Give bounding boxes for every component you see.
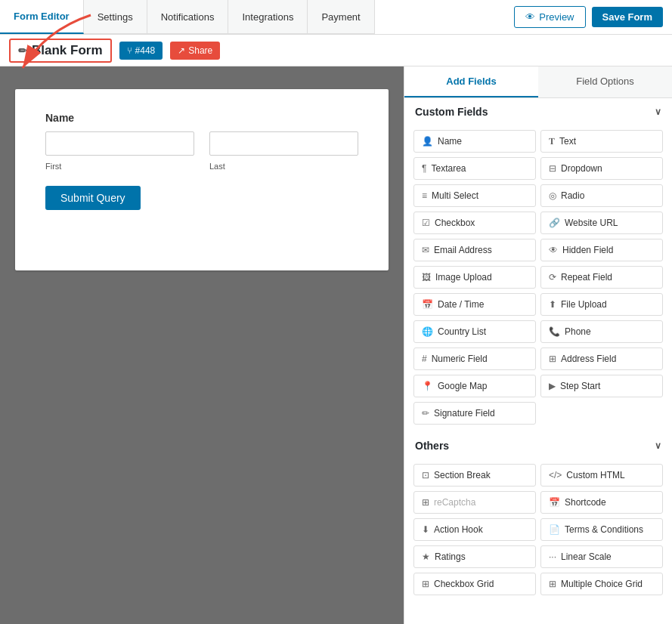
form-card: Name First Last Submit Query xyxy=(15,89,389,270)
tab-field-options[interactable]: Field Options xyxy=(538,66,672,97)
first-label: First xyxy=(45,162,194,171)
field-multiple-choice-grid[interactable]: ⊞ Multiple Choice Grid xyxy=(540,573,663,595)
field-ratings[interactable]: ★ Ratings xyxy=(413,545,536,568)
field-textarea[interactable]: ¶ Textarea xyxy=(413,157,536,180)
html-icon: </> xyxy=(549,470,562,480)
calendar-icon: 📅 xyxy=(422,299,433,310)
choice-grid-icon: ⊞ xyxy=(549,579,556,589)
tab-notifications[interactable]: Notifications xyxy=(147,0,229,34)
image-icon: 🖼 xyxy=(422,272,431,283)
field-custom-html[interactable]: </> Custom HTML xyxy=(540,464,663,487)
tab-payment[interactable]: Payment xyxy=(308,0,374,34)
field-dropdown[interactable]: ⊟ Dropdown xyxy=(540,157,663,180)
preview-button[interactable]: 👁 Preview xyxy=(514,6,585,28)
field-checkbox[interactable]: ☑ Checkbox xyxy=(413,212,536,234)
last-name-input[interactable] xyxy=(209,131,358,156)
repeat-icon: ⟳ xyxy=(549,272,556,283)
panel-tabs: Add Fields Field Options xyxy=(404,66,672,98)
field-phone[interactable]: 📞 Phone xyxy=(540,320,663,343)
name-sub-labels: First Last xyxy=(45,162,358,171)
tab-form-editor[interactable]: Form Editor xyxy=(0,0,84,34)
recaptcha-icon: ⊞ xyxy=(422,497,429,508)
map-pin-icon: 📍 xyxy=(422,381,433,391)
textarea-icon: ¶ xyxy=(422,163,426,174)
radio-icon: ◎ xyxy=(549,190,556,201)
others-header: Others ∨ xyxy=(404,432,672,459)
checkbox-grid-icon: ⊞ xyxy=(422,579,429,589)
hidden-icon: 👁 xyxy=(549,245,558,255)
chevron-down-icon-others: ∨ xyxy=(655,440,661,451)
tab-integrations[interactable]: Integrations xyxy=(228,0,308,34)
field-multi-select[interactable]: ≡ Multi Select xyxy=(413,184,536,207)
hash-icon: # xyxy=(422,354,427,364)
multi-select-icon: ≡ xyxy=(422,190,427,201)
terms-icon: 📄 xyxy=(549,524,560,535)
name-inputs-row xyxy=(45,131,358,156)
form-id-button[interactable]: ⑂ #448 xyxy=(119,42,163,60)
field-shortcode[interactable]: 📅 Shortcode xyxy=(540,491,663,514)
field-section-break[interactable]: ⊡ Section Break xyxy=(413,464,536,487)
last-label: Last xyxy=(209,162,358,171)
custom-fields-title: Custom Fields xyxy=(415,106,488,118)
field-step-start[interactable]: ▶ Step Start xyxy=(540,375,663,397)
upload-icon: ⬆ xyxy=(549,299,556,310)
main-layout: Name First Last Submit Query Add Fields … xyxy=(0,66,672,624)
top-nav: Form Editor Settings Notifications Integ… xyxy=(0,0,672,35)
field-recaptcha[interactable]: ⊞ reCaptcha xyxy=(413,491,536,514)
field-repeat[interactable]: ⟳ Repeat Field xyxy=(540,266,663,289)
text-icon: 𝐓 xyxy=(549,136,555,147)
save-form-button[interactable]: Save Form xyxy=(592,7,663,27)
field-terms[interactable]: 📄 Terms & Conditions xyxy=(540,518,663,541)
field-image-upload[interactable]: 🖼 Image Upload xyxy=(413,266,536,289)
custom-fields-header: Custom Fields ∨ xyxy=(404,98,672,125)
name-field-label: Name xyxy=(45,112,358,124)
edit-icon: ✏ xyxy=(18,45,27,57)
section-icon: ⊡ xyxy=(422,470,429,480)
others-title: Others xyxy=(415,440,449,452)
share-icon: ↗ xyxy=(178,45,185,56)
form-title: Blank Form xyxy=(32,43,103,58)
field-action-hook[interactable]: ⬇ Action Hook xyxy=(413,518,536,541)
tab-add-fields[interactable]: Add Fields xyxy=(404,66,538,97)
submit-button[interactable]: Submit Query xyxy=(45,186,141,210)
shortcode-icon: 📅 xyxy=(549,497,560,508)
field-numeric[interactable]: # Numeric Field xyxy=(413,348,536,370)
field-name[interactable]: 👤 Name xyxy=(413,130,536,153)
field-country[interactable]: 🌐 Country List xyxy=(413,320,536,343)
dropdown-icon: ⊟ xyxy=(549,163,556,174)
scale-icon: ··· xyxy=(549,551,556,562)
canvas-area: Name First Last Submit Query xyxy=(0,66,404,624)
first-name-input[interactable] xyxy=(45,131,194,156)
email-icon: ✉ xyxy=(422,245,429,255)
field-website-url[interactable]: 🔗 Website URL xyxy=(540,212,663,234)
eye-icon: 👁 xyxy=(525,11,535,23)
field-linear-scale[interactable]: ··· Linear Scale xyxy=(540,545,663,568)
step-icon: ▶ xyxy=(549,381,556,391)
sub-bar: ✏ Blank Form ⑂ #448 ↗ Share xyxy=(0,35,672,66)
field-signature[interactable]: ✏ Signature Field xyxy=(413,402,536,425)
link-icon: 🔗 xyxy=(549,218,560,228)
tab-settings[interactable]: Settings xyxy=(84,0,147,34)
field-radio[interactable]: ◎ Radio xyxy=(540,184,663,207)
field-checkbox-grid[interactable]: ⊞ Checkbox Grid xyxy=(413,573,536,595)
signature-icon: ✏ xyxy=(422,408,429,419)
panel-content: Custom Fields ∨ 👤 Name 𝐓 Text ¶ Textarea… xyxy=(404,98,672,624)
form-title-container: ✏ Blank Form xyxy=(9,39,112,63)
user-icon: 👤 xyxy=(422,136,433,147)
field-hidden[interactable]: 👁 Hidden Field xyxy=(540,239,663,261)
chevron-down-icon: ∨ xyxy=(655,107,661,117)
right-panel: Add Fields Field Options Custom Fields ∨… xyxy=(404,66,672,624)
phone-icon: 📞 xyxy=(549,326,560,337)
field-address[interactable]: ⊞ Address Field xyxy=(540,348,663,370)
field-file-upload[interactable]: ⬆ File Upload xyxy=(540,293,663,316)
share-button[interactable]: ↗ Share xyxy=(170,42,220,60)
globe-icon: 🌐 xyxy=(422,326,433,337)
fork-icon: ⑂ xyxy=(127,45,132,56)
field-datetime[interactable]: 📅 Date / Time xyxy=(413,293,536,316)
hook-icon: ⬇ xyxy=(422,524,429,535)
field-text[interactable]: 𝐓 Text xyxy=(540,130,663,153)
checkbox-icon: ☑ xyxy=(422,218,430,228)
field-email[interactable]: ✉ Email Address xyxy=(413,239,536,261)
field-google-map[interactable]: 📍 Google Map xyxy=(413,375,536,397)
star-icon: ★ xyxy=(422,551,430,562)
